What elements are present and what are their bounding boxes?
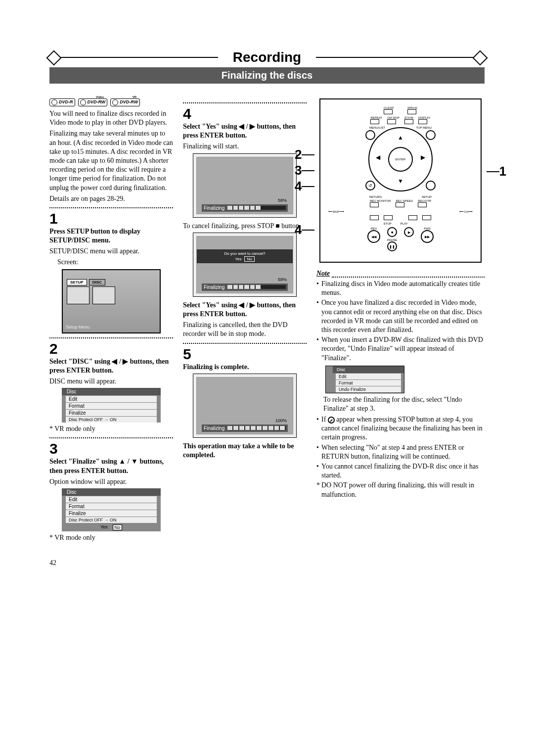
setup-bottom-label: Setup Menu [66, 325, 90, 330]
remote-rec-otr-button [418, 202, 427, 207]
cancel-instruction: To cancel finalizing, press STOP ■ butto… [183, 222, 307, 231]
intro-para-1: You will need to finalize discs recorded… [49, 109, 173, 127]
remote-play-button: ▶ [404, 227, 414, 237]
dpad-up-icon: ▲ [368, 135, 433, 141]
option-yes: Yes [100, 524, 108, 530]
step-5-heading: Finalizing is complete. [183, 363, 307, 372]
note-item-3: When you insert a DVD-RW disc finalized … [316, 335, 485, 363]
badge-dvd-r: DVD-R [49, 98, 75, 106]
intro-para-2: Finalizing may take several minutes up t… [49, 129, 173, 192]
step-divider [49, 207, 173, 208]
prohibit-icon [328, 417, 335, 424]
dpad-left-icon: ◀ [376, 154, 380, 160]
page-title: Recording [218, 49, 316, 65]
step-number-3: 3 [49, 440, 173, 457]
step-3-heading: Select "Finalize" using ▲ / ▼ buttons, t… [49, 457, 173, 475]
step-divider [183, 343, 307, 344]
setup-tab-setup: SETUP [67, 279, 87, 285]
header-line-right [316, 57, 485, 58]
column-3: CLEAR SPACE REPEAT CM SKIP ZOOM DISPLAY … [316, 98, 485, 544]
cancel-yes-heading: Select "Yes" using ◀ / ▶ buttons, then p… [183, 301, 307, 319]
note-dots [332, 273, 485, 278]
remote-return-button: ↺ [365, 181, 375, 190]
progress-label: Finalizing [204, 205, 224, 211]
note-item-1: Finalizing discs in Video mode automatic… [316, 280, 485, 297]
remote-ch-down-button [408, 215, 417, 220]
step-divider [49, 337, 173, 338]
badge-dvd-rw-video: DVD-RWVideo [78, 98, 108, 106]
undo-finalize-menu: Disc Edit Format Undo Finalize [325, 366, 404, 393]
remote-pause-button: ❚❚ [387, 241, 397, 251]
remote-control-diagram: CLEAR SPACE REPEAT CM SKIP ZOOM DISPLAY … [319, 98, 482, 263]
step-number-5: 5 [183, 346, 307, 363]
progress-screen-100: 100% Finalizing [193, 374, 297, 438]
note-item-5: When selecting "No" at step 4 and press … [316, 443, 485, 461]
note-item-6: You cannot cancel finalizing the DVD-R d… [316, 462, 485, 480]
option-format: Format [66, 503, 157, 510]
remote-clear-button [384, 109, 393, 114]
remote-fwd-button: ▶▶ [421, 230, 434, 243]
remote-diagram-block: CLEAR SPACE REPEAT CM SKIP ZOOM DISPLAY … [316, 98, 485, 263]
column-2: 4 Select "Yes" using ◀ / ▶ buttons, then… [183, 98, 307, 544]
setup-tab-disc: DISC [89, 279, 105, 285]
remote-rec-speed-button [396, 202, 404, 207]
remote-enter-button: ENTER [388, 147, 413, 172]
badge-dvd-rw-vr: DVD-RWVR [110, 98, 140, 106]
progress-screen-58: 58% Finalizing [193, 153, 297, 218]
remote-display-button [418, 119, 427, 124]
screen-label: Screen: [57, 258, 173, 267]
note-item-7: DO NOT power off during finalizing, this… [316, 481, 485, 499]
remote-zoom-button [404, 119, 413, 124]
remote-space-button [407, 109, 416, 114]
step-4-body: Finalizing will start. [183, 142, 307, 151]
setup-icon-2 [92, 286, 115, 304]
step-1-body: SETUP/DISC menu will appear. [49, 247, 173, 256]
page-number: 42 [49, 559, 485, 567]
remote-stop-button: ■ [387, 227, 397, 237]
option-header: Disc [62, 488, 161, 496]
progress-label: Finalizing [204, 425, 224, 431]
progress-percent-100: 100% [275, 418, 287, 423]
setup-icon-1 [67, 286, 89, 304]
vr-mode-note: * VR mode only [49, 425, 173, 433]
dpad-down-icon: ▼ [368, 178, 433, 184]
disc-menu-finalize: Finalize [66, 410, 157, 416]
remote-setup-button [426, 181, 436, 190]
step-2-body: DISC menu will appear. [49, 377, 173, 386]
remote-skip-prev-button [370, 215, 379, 220]
content-columns: DVD-R DVD-RWVideo DVD-RWVR You will need… [49, 98, 485, 544]
option-edit: Edit [66, 496, 157, 503]
step-divider [49, 437, 173, 438]
option-finalize: Finalize [66, 510, 157, 517]
progress-percent: 58% [278, 277, 287, 282]
remote-skip-next-button [384, 215, 393, 220]
step-number-1: 1 [49, 210, 173, 227]
remote-rev-button: ◀◀ [367, 230, 380, 243]
callout-3: 3 [295, 163, 302, 178]
disc-menu-protect: Disc Protect OFF → ON [66, 417, 157, 423]
note-list: Finalizing discs in Video mode automatic… [316, 280, 485, 363]
disc-menu-edit: Edit [66, 396, 157, 402]
disc-compat-badges: DVD-R DVD-RWVideo DVD-RWVR [49, 98, 173, 106]
option-window-graphic: Disc Edit Format Finalize Disc Protect O… [62, 488, 161, 531]
remote-dpad: MENU/LIST TOP MENU ENTER ▲ ▼ ◀ ▶ RETURN … [368, 127, 433, 191]
option-no: No [113, 524, 123, 530]
remote-ch-up-button [422, 215, 431, 220]
note-item-3b: To release the finalizing for the disc, … [316, 395, 485, 413]
step-divider [183, 102, 307, 103]
callout-4a: 4 [295, 179, 302, 194]
callout-2: 2 [295, 147, 302, 162]
step-3-body: Option window will appear. [49, 477, 173, 486]
step-4-heading: Select "Yes" using ◀ / ▶ buttons, then p… [183, 122, 307, 140]
callout-4b: 4 [295, 222, 302, 237]
intro-para-3: Details are on pages 28-29. [49, 194, 173, 203]
page-subtitle: Finalizing the discs [49, 67, 485, 84]
complete-warning: This operation may take a while to be co… [183, 442, 307, 460]
disc-menu-format: Format [66, 403, 157, 409]
progress-percent: 58% [278, 198, 287, 203]
disc-menu-header: Disc [62, 388, 161, 395]
column-1: DVD-R DVD-RWVideo DVD-RWVR You will need… [49, 98, 173, 544]
note-heading: Note [316, 270, 330, 278]
remote-cmskip-button [387, 119, 396, 124]
remote-rec-monitor-button [370, 202, 379, 207]
